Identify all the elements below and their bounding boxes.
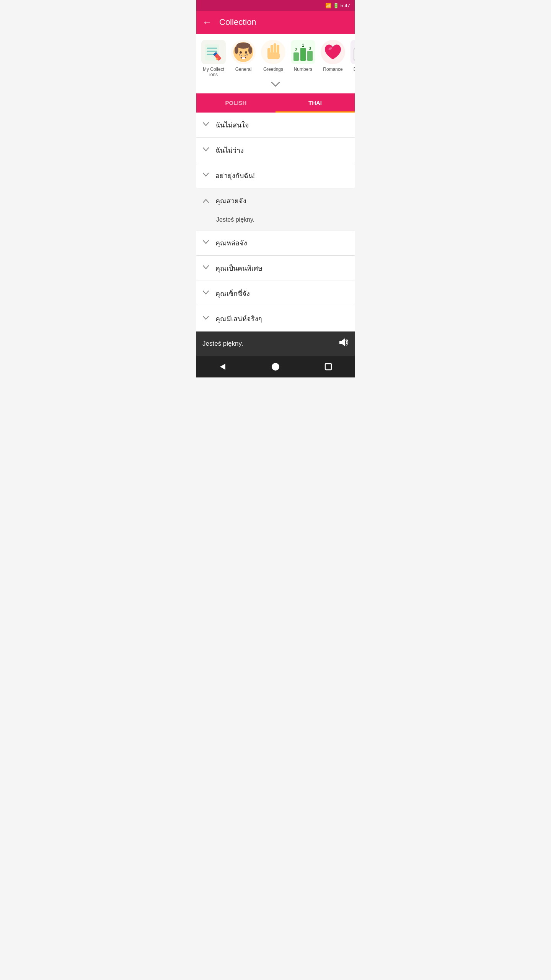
back-icon: ← <box>202 17 212 28</box>
phrase-translation: Jesteś piękny. <box>202 212 254 223</box>
category-numbers[interactable]: 2 1 3 Numbers <box>290 40 316 78</box>
phrase-text: คุณสวยจัง <box>215 195 246 206</box>
svg-text:3: 3 <box>309 46 311 51</box>
greetings-icon <box>261 40 285 64</box>
svg-point-9 <box>235 46 238 54</box>
audio-bar: Jesteś piękny. <box>196 332 355 356</box>
svg-point-10 <box>248 46 252 54</box>
nav-back-button[interactable] <box>213 357 232 376</box>
list-item-expanded[interactable]: คุณสวยจัง Jesteś piękny. <box>196 188 355 230</box>
collapse-icon <box>202 289 210 297</box>
svg-marker-35 <box>339 338 345 346</box>
expand-icon <box>202 197 210 205</box>
list-item[interactable]: คุณเป็นคนพิเศษ <box>196 256 355 281</box>
svg-point-12 <box>245 51 247 54</box>
collapse-icon <box>202 145 210 154</box>
tab-polish[interactable]: POLISH <box>196 93 276 113</box>
battery-icon: 🔋 <box>333 3 339 8</box>
tab-thai[interactable]: THAI <box>276 93 355 113</box>
numbers-label: Numbers <box>294 67 313 72</box>
svg-marker-36 <box>220 364 225 370</box>
collapse-icon <box>202 314 210 322</box>
my-collections-icon <box>201 40 226 64</box>
svg-point-14 <box>241 55 242 56</box>
list-item[interactable]: อย่ายุ่งกับฉัน! <box>196 163 355 188</box>
collapse-icon <box>202 171 210 179</box>
svg-rect-17 <box>242 57 245 59</box>
list-item[interactable]: คุณมีเสน่ห์จริงๆ <box>196 306 355 332</box>
phrase-text: คุณเป็นคนพิเศษ <box>215 263 262 274</box>
greetings-label: Greetings <box>263 67 283 72</box>
phrase-text: คุณหล่อจัง <box>215 237 247 248</box>
list-item[interactable]: ฉันไม่ว่าง <box>196 138 355 163</box>
app-bar: ← Collection <box>196 11 355 34</box>
emergency-icon <box>350 40 355 64</box>
phrase-text: อย่ายุ่งกับฉัน! <box>215 170 255 181</box>
svg-point-8 <box>236 42 250 49</box>
audio-phrase-text: Jesteś piękny. <box>202 340 243 348</box>
speaker-button[interactable] <box>338 337 349 350</box>
category-greetings[interactable]: Greetings <box>260 40 287 78</box>
phrase-text: ฉันไม่ว่าง <box>215 145 244 156</box>
list-item[interactable]: คุณหล่อจัง <box>196 230 355 256</box>
svg-rect-30 <box>354 49 355 60</box>
category-scroll: My Collections <box>196 34 355 93</box>
app-bar-title: Collection <box>219 17 256 27</box>
emergency-label: Emergency <box>354 67 355 78</box>
general-label: General <box>235 67 252 72</box>
collapse-icon <box>202 238 210 246</box>
time-display: 5:47 <box>341 3 350 8</box>
expand-chevron[interactable] <box>271 80 280 89</box>
svg-point-15 <box>245 55 246 56</box>
svg-point-13 <box>239 54 240 56</box>
collapse-icon <box>202 120 210 128</box>
status-icons: 📶 🔋 5:47 <box>325 3 350 8</box>
svg-rect-24 <box>300 48 306 61</box>
svg-rect-22 <box>267 52 280 59</box>
phrase-text: คุณมีเสน่ห์จริงๆ <box>215 313 262 324</box>
category-emergency[interactable]: Emergency <box>349 40 355 78</box>
my-collections-label: My Collections <box>203 67 224 78</box>
nav-recents-button[interactable] <box>319 357 338 376</box>
svg-rect-25 <box>307 51 313 61</box>
svg-rect-38 <box>325 364 331 370</box>
svg-point-37 <box>272 363 279 371</box>
romance-icon <box>321 40 345 64</box>
collapse-icon <box>202 263 210 271</box>
status-bar: 📶 🔋 5:47 <box>196 0 355 11</box>
category-general[interactable]: General <box>230 40 257 78</box>
numbers-icon: 2 1 3 <box>291 40 315 64</box>
romance-label: Romance <box>323 67 342 72</box>
nav-bar <box>196 356 355 377</box>
phrase-header: คุณสวยจัง <box>202 195 246 206</box>
list-item[interactable]: คุณเซ็กซี่จัง <box>196 281 355 306</box>
phrase-text: คุณเซ็กซี่จัง <box>215 288 250 299</box>
svg-point-11 <box>240 51 242 54</box>
phrase-list: ฉันไม่สนใจ ฉันไม่ว่าง อย่ายุ่งกับฉัน! คุ… <box>196 113 355 332</box>
svg-text:1: 1 <box>302 43 304 47</box>
language-tabs: POLISH THAI <box>196 93 355 113</box>
svg-rect-23 <box>293 52 299 61</box>
svg-point-16 <box>246 54 248 56</box>
category-romance[interactable]: Romance <box>320 40 346 78</box>
phrase-text: ฉันไม่สนใจ <box>215 119 249 131</box>
back-button[interactable]: ← <box>202 17 212 28</box>
svg-text:2: 2 <box>295 48 297 52</box>
signal-icon: 📶 <box>325 3 331 8</box>
nav-home-button[interactable] <box>266 357 285 376</box>
category-row: My Collections <box>196 40 355 78</box>
category-my-collections[interactable]: My Collections <box>200 40 227 78</box>
list-item[interactable]: ฉันไม่สนใจ <box>196 113 355 138</box>
general-icon <box>231 40 256 64</box>
